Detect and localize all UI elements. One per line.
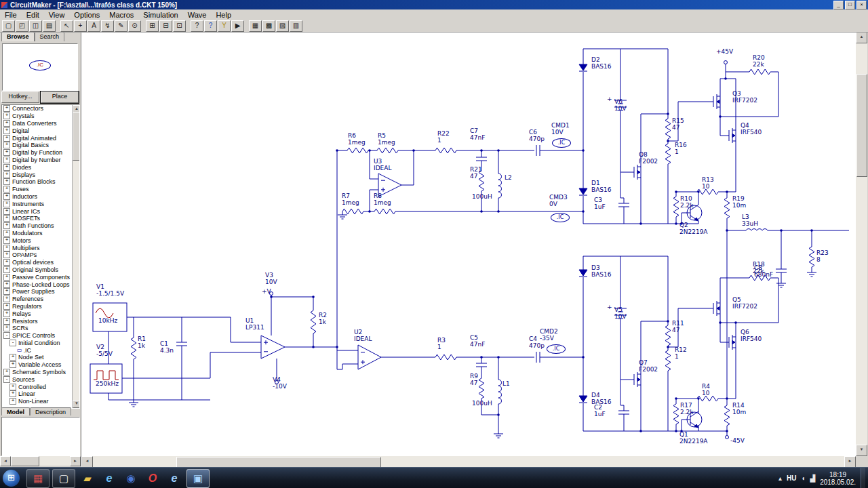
tree-item[interactable]: + Optical devices bbox=[2, 259, 79, 266]
tree-expander-icon[interactable]: + bbox=[3, 157, 10, 163]
scroll-left-icon[interactable]: ◄ bbox=[0, 456, 11, 466]
cursor-tool[interactable]: ↖ bbox=[60, 20, 73, 32]
tree-item[interactable]: + Inductors bbox=[2, 193, 79, 201]
tree-expander-icon[interactable]: + bbox=[3, 245, 10, 251]
scroll-up-icon[interactable]: ▲ bbox=[856, 32, 867, 43]
tree-expander-icon[interactable]: + bbox=[9, 354, 16, 361]
tree-expander-icon[interactable]: + bbox=[3, 251, 10, 258]
tree-item[interactable]: + Digital by Function bbox=[2, 149, 79, 157]
task-circuitmaker-active[interactable]: ▣ bbox=[186, 469, 210, 488]
tree-expander-icon[interactable]: + bbox=[3, 215, 10, 222]
tree-item[interactable]: + Displays bbox=[2, 171, 79, 178]
tree-expander-icon[interactable]: + bbox=[3, 281, 10, 288]
tree-item[interactable]: + Digital bbox=[2, 127, 79, 134]
tree-scrollbar-thumb[interactable] bbox=[73, 112, 80, 161]
browser-tab[interactable]: Browse bbox=[1, 32, 35, 41]
tree-item[interactable]: + Resistors bbox=[2, 317, 79, 325]
minimize-button[interactable]: _ bbox=[833, 1, 844, 9]
scroll-left-icon[interactable]: ◄ bbox=[81, 456, 93, 468]
tree-item[interactable]: + Regulators bbox=[2, 303, 79, 310]
taskbar-clock[interactable]: 18:19 2018.05.02. bbox=[820, 471, 856, 486]
menu-item[interactable]: Help bbox=[211, 11, 236, 19]
tree-expander-icon[interactable]: + bbox=[9, 384, 16, 390]
browser-tab[interactable]: Search bbox=[35, 32, 65, 41]
scroll-right-icon[interactable]: ► bbox=[70, 456, 81, 466]
rotate-tool[interactable]: ⊞ bbox=[146, 20, 159, 32]
tree-item[interactable]: + SCRs bbox=[2, 325, 79, 332]
mirror-tool[interactable]: ⊟ bbox=[159, 20, 172, 32]
model-tab[interactable]: Model bbox=[1, 407, 30, 415]
tree-expander-icon[interactable]: + bbox=[3, 274, 10, 281]
digital-grid-b[interactable]: ▩ bbox=[262, 20, 275, 32]
menu-item[interactable]: View bbox=[44, 11, 70, 19]
tree-expander-icon[interactable]: + bbox=[3, 325, 10, 331]
hidden-icons-chevron[interactable]: ▴ bbox=[778, 474, 782, 482]
opera-icon[interactable]: O bbox=[142, 470, 163, 487]
tree-item[interactable]: + Digital by Number bbox=[2, 157, 79, 164]
tree-expander-icon[interactable]: + bbox=[9, 361, 16, 368]
horizontal-scrollbar-thumb[interactable] bbox=[176, 457, 381, 468]
tree-item[interactable]: + Node Set bbox=[2, 354, 79, 361]
tree-expander-icon[interactable]: - bbox=[3, 332, 10, 339]
tree-expander-icon[interactable]: + bbox=[3, 266, 10, 273]
tree-item[interactable]: + Linear bbox=[2, 390, 79, 398]
task-notepad[interactable]: ▢ bbox=[52, 469, 75, 488]
menu-item[interactable]: Wave bbox=[183, 11, 212, 19]
tree-expander-icon[interactable]: + bbox=[3, 259, 10, 266]
explorer-icon[interactable]: ▰ bbox=[77, 470, 98, 487]
language-indicator[interactable]: HU bbox=[787, 474, 796, 482]
junction-tool[interactable]: ⊡ bbox=[173, 20, 186, 32]
tree-item[interactable]: + Crystals bbox=[2, 113, 79, 120]
scroll-right-icon[interactable]: ► bbox=[844, 456, 856, 468]
browser-icon[interactable]: e bbox=[163, 470, 185, 487]
context-help-button[interactable]: ? bbox=[204, 20, 217, 32]
tree-item[interactable]: + Schematic Symbols bbox=[2, 369, 79, 376]
tree-item[interactable]: + Function Blocks bbox=[2, 178, 79, 186]
tree-expander-icon[interactable]: + bbox=[3, 171, 10, 178]
open-button[interactable]: ◰ bbox=[16, 20, 28, 32]
tree-expander-icon[interactable]: + bbox=[3, 201, 10, 207]
model-tab[interactable]: Description bbox=[30, 407, 71, 415]
tree-expander-icon[interactable]: + bbox=[3, 230, 10, 237]
volume-icon[interactable]: ◖ bbox=[801, 474, 805, 482]
tree-item[interactable]: + Connectors bbox=[2, 105, 79, 113]
place-button[interactable]: Place bbox=[41, 92, 79, 103]
maximize-button[interactable]: □ bbox=[845, 1, 855, 9]
tree-item[interactable]: - SPICE Controls bbox=[2, 332, 79, 340]
tree-item[interactable]: + Passive Components bbox=[2, 273, 79, 281]
tree-item[interactable]: + Variable Access bbox=[2, 361, 79, 369]
tree-item[interactable]: + Relays bbox=[2, 310, 79, 317]
tree-item[interactable]: + MOSFETs bbox=[2, 215, 79, 222]
tree-expander-icon[interactable]: + bbox=[3, 296, 10, 302]
tree-item[interactable]: + Original Symbols bbox=[2, 266, 79, 274]
hotkey-button[interactable]: Hotkey... bbox=[1, 92, 39, 103]
tree-item[interactable]: + Linear ICs bbox=[2, 207, 79, 215]
tree-expander-icon[interactable]: + bbox=[3, 149, 10, 156]
tree-expander-icon[interactable]: + bbox=[3, 310, 10, 317]
tree-expander-icon[interactable]: + bbox=[3, 120, 10, 127]
ie-icon[interactable]: e bbox=[98, 470, 120, 487]
tree-item[interactable]: - Initial Condition bbox=[2, 340, 79, 347]
tree-item[interactable]: + OPAMPs bbox=[2, 251, 79, 259]
tree-item[interactable]: + Data Converters bbox=[2, 120, 79, 127]
text-tool[interactable]: A bbox=[87, 20, 100, 32]
tree-expander-icon[interactable]: + bbox=[3, 303, 10, 310]
tree-expander-icon[interactable]: + bbox=[3, 186, 10, 192]
tree-item[interactable]: + Diodes bbox=[2, 163, 79, 171]
tree-item[interactable]: ▭ .IC bbox=[2, 346, 79, 354]
tree-item[interactable]: + Digital Animated bbox=[2, 134, 79, 142]
digital-grid-d[interactable]: ▥ bbox=[290, 20, 302, 32]
model-list[interactable] bbox=[1, 417, 80, 456]
tree-item[interactable]: - Sources bbox=[2, 375, 79, 383]
zoom-tool[interactable]: ⊙ bbox=[128, 20, 141, 32]
tree-expander-icon[interactable]: + bbox=[3, 222, 10, 229]
scroll-down-icon[interactable]: ▼ bbox=[73, 400, 80, 408]
tree-item[interactable]: + Math Functions bbox=[2, 222, 79, 230]
vertical-scrollbar-thumb[interactable] bbox=[856, 74, 867, 177]
menu-item[interactable]: File bbox=[0, 11, 22, 19]
tree-item[interactable]: + Non-Linear bbox=[2, 398, 79, 405]
tree-expander-icon[interactable]: + bbox=[3, 105, 10, 112]
component-tree[interactable]: + Connectors + Crystals + Data Converter… bbox=[1, 104, 80, 409]
network-icon[interactable]: ▟ bbox=[810, 474, 815, 482]
menu-item[interactable]: Macros bbox=[104, 11, 138, 19]
